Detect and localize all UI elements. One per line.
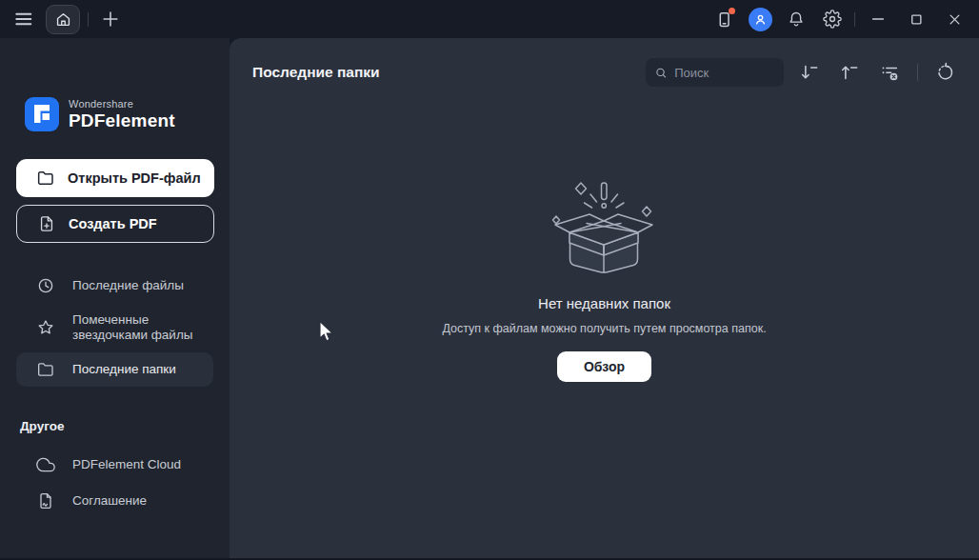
empty-state-description: Доступ к файлам можно получить путем про… [442, 322, 766, 335]
star-icon [36, 318, 55, 337]
notification-dot [729, 8, 735, 14]
brand-text: Wondershare PDFelement [69, 97, 175, 131]
sidebar-section-title: Другое [20, 419, 64, 433]
brand-product: PDFelement [69, 110, 175, 131]
create-pdf-button[interactable]: Создать PDF [16, 205, 214, 243]
main-header: Последние папки [230, 38, 979, 87]
account-button[interactable] [746, 5, 774, 33]
sort-descending-icon[interactable] [795, 58, 824, 87]
sidebar-item-label: Помеченные звездочками файлы [72, 312, 206, 343]
browse-button[interactable]: Обзор [557, 351, 651, 382]
sidebar-item-label: Последние файлы [72, 278, 184, 293]
toolbar-separator [917, 64, 918, 81]
sidebar-item-agreement[interactable]: Соглашение [16, 484, 213, 518]
sidebar-nav-other: PDFelement Cloud Соглашение [0, 448, 230, 520]
sidebar-item-pdfelement-cloud[interactable]: PDFelement Cloud [16, 448, 213, 482]
sidebar-item-label: Соглашение [72, 493, 147, 509]
avatar [749, 8, 772, 31]
cloud-icon [36, 455, 55, 474]
search-input[interactable] [674, 66, 775, 80]
new-tab-icon[interactable] [96, 5, 125, 33]
clear-recent-list-icon[interactable] [875, 58, 904, 87]
empty-box-illustration [546, 177, 664, 284]
file-plus-icon [37, 214, 56, 233]
search-box[interactable] [646, 58, 784, 87]
create-pdf-label: Создать PDF [69, 216, 157, 231]
titlebar-separator [88, 12, 89, 27]
home-icon [54, 10, 72, 29]
menu-icon[interactable] [10, 5, 38, 33]
open-pdf-button[interactable]: Открыть PDF-файл [16, 159, 214, 197]
empty-state: Нет недавних папок Доступ к файлам можно… [230, 177, 979, 382]
sidebar-item-label: Последние папки [72, 362, 176, 377]
folder-icon [36, 169, 55, 188]
refresh-icon[interactable] [931, 58, 960, 87]
settings-icon[interactable] [818, 5, 847, 33]
close-icon[interactable] [939, 5, 969, 33]
pdfelement-logo-icon [25, 97, 59, 131]
sidebar-item-label: PDFelement Cloud [72, 457, 181, 472]
titlebar-separator [854, 12, 855, 27]
main-panel: Последние папки [230, 38, 979, 558]
titlebar [0, 0, 979, 38]
maximize-icon[interactable] [901, 5, 931, 33]
clock-icon [36, 276, 55, 295]
open-pdf-label: Открыть PDF-файл [68, 170, 201, 186]
notifications-icon[interactable] [782, 5, 810, 33]
home-tab-button[interactable] [46, 5, 80, 34]
titlebar-left-group [10, 5, 125, 34]
sidebar-item-starred-files[interactable]: Помеченные звездочками файлы [16, 305, 213, 350]
sort-ascending-icon[interactable] [835, 58, 864, 87]
device-icon[interactable] [709, 5, 738, 33]
sidebar-nav: Последние файлы Помеченные звездочками ф… [0, 269, 230, 389]
search-icon [654, 65, 668, 81]
folder-icon [36, 360, 55, 379]
minimize-icon[interactable] [863, 5, 893, 33]
empty-state-title: Нет недавних папок [538, 295, 670, 311]
sidebar: Wondershare PDFelement Открыть PDF-файл … [0, 38, 230, 558]
header-toolbar [795, 58, 960, 87]
sidebar-item-recent-folders[interactable]: Последние папки [16, 352, 213, 387]
person-icon [752, 11, 769, 28]
brand-company: Wondershare [69, 98, 175, 110]
page-title: Последние папки [252, 64, 380, 81]
sidebar-item-recent-files[interactable]: Последние файлы [16, 269, 213, 303]
agreement-icon [36, 491, 55, 510]
brand: Wondershare PDFelement [25, 97, 175, 131]
titlebar-right-group [709, 5, 969, 33]
